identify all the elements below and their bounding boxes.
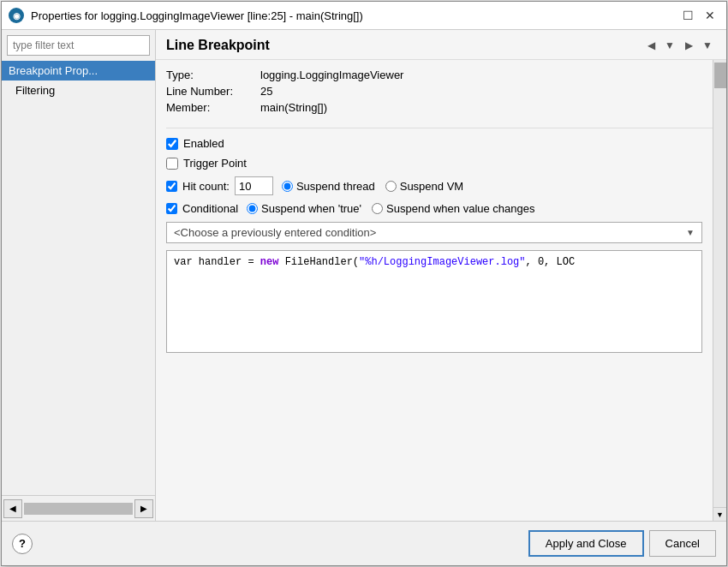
enabled-label[interactable]: Enabled (183, 137, 224, 150)
help-button[interactable]: ? (12, 534, 33, 554)
right-panel: Line Breakpoint ◀ ▼ ▶ ▼ ▼ Type: logging. (156, 30, 726, 521)
filter-input[interactable] (7, 35, 150, 56)
scroll-left-button[interactable]: ◀ (3, 499, 22, 518)
trigger-point-label[interactable]: Trigger Point (183, 157, 247, 170)
hit-count-label[interactable]: Hit count: (182, 180, 230, 193)
suspend-radio-group: Suspend thread Suspend VM (282, 180, 463, 193)
member-label: Member: (166, 101, 260, 114)
dropdown-arrow-icon: ▼ (686, 228, 695, 237)
enabled-checkbox[interactable] (166, 138, 178, 150)
vertical-scrollbar-track: ▼ (713, 60, 726, 521)
code-string-value: "%h/LoggingImageViewer.log" (359, 256, 525, 268)
hit-count-checkbox[interactable] (166, 181, 177, 192)
footer: ? Apply and Close Cancel (2, 521, 726, 565)
scrollbar-down-arrow[interactable]: ▼ (713, 507, 726, 521)
code-keyword-new: new (260, 256, 279, 268)
type-value: logging.LoggingImageViewer (260, 69, 716, 81)
nav-down2-button[interactable]: ▼ (699, 37, 716, 54)
tree-items: Breakpoint Prop... Filtering (2, 61, 155, 495)
tree-item-breakpoint-props[interactable]: Breakpoint Prop... (2, 61, 155, 81)
title-bar-text: Properties for logging.LoggingImageViewe… (31, 9, 671, 22)
right-content: ▼ Type: logging.LoggingImageViewer Line … (156, 60, 726, 521)
type-label: Type: (166, 69, 260, 81)
suspend-when-true-radio-label[interactable]: Suspend when 'true' (247, 202, 361, 215)
right-header: Line Breakpoint ◀ ▼ ▶ ▼ (156, 30, 726, 60)
conditional-checkbox[interactable] (166, 203, 177, 214)
app-icon: ◉ (9, 8, 24, 23)
footer-buttons: Apply and Close Cancel (528, 530, 716, 557)
dialog: ◉ Properties for logging.LoggingImageVie… (1, 1, 727, 566)
suspend-when-true-radio[interactable] (247, 203, 258, 214)
condition-dropdown[interactable]: <Choose a previously entered condition> … (166, 222, 702, 243)
nav-next-button[interactable]: ▶ (680, 37, 697, 54)
suspend-thread-radio[interactable] (282, 181, 293, 192)
conditional-row: Conditional Suspend when 'true' Suspend … (166, 202, 716, 215)
vertical-scrollbar-thumb[interactable] (714, 63, 726, 88)
section-title: Line Breakpoint (166, 38, 270, 53)
content-area: Breakpoint Prop... Filtering ◀ ▶ Line Br… (2, 30, 726, 521)
code-editor[interactable]: var handler = new FileHandler("%h/Loggin… (166, 250, 702, 353)
header-nav-buttons: ◀ ▼ ▶ ▼ (642, 37, 716, 54)
nav-down1-button[interactable]: ▼ (661, 37, 678, 54)
minimize-button[interactable]: ☐ (678, 6, 697, 25)
code-overflow: C (569, 256, 575, 268)
left-panel: Breakpoint Prop... Filtering ◀ ▶ (2, 30, 156, 521)
line-number-label: Line Number: (166, 85, 260, 98)
condition-radio-group: Suspend when 'true' Suspend when value c… (247, 202, 534, 215)
info-grid: Type: logging.LoggingImageViewer Line Nu… (166, 69, 716, 114)
scroll-right-button[interactable]: ▶ (134, 499, 153, 518)
suspend-thread-radio-label[interactable]: Suspend thread (282, 180, 375, 193)
suspend-vm-radio[interactable] (385, 181, 397, 192)
trigger-point-row: Trigger Point (166, 157, 716, 170)
close-button[interactable]: ✕ (701, 6, 719, 25)
cancel-button[interactable]: Cancel (649, 530, 716, 557)
hit-count-input[interactable] (235, 176, 273, 195)
trigger-point-checkbox[interactable] (166, 158, 178, 170)
horizontal-scrollbar-thumb[interactable] (24, 503, 133, 515)
line-number-value: 25 (260, 85, 716, 98)
nav-prev-button[interactable]: ◀ (642, 37, 659, 54)
title-bar-controls: ☐ ✕ (678, 6, 719, 25)
suspend-when-changes-radio[interactable] (372, 203, 383, 214)
conditional-label[interactable]: Conditional (182, 202, 238, 215)
member-value: main(String[]) (260, 101, 716, 114)
footer-left: ? (12, 534, 33, 554)
tree-item-filtering[interactable]: Filtering (2, 81, 155, 100)
separator (166, 128, 716, 128)
hit-count-row: Hit count: Suspend thread Suspend VM (166, 176, 716, 195)
title-bar: ◉ Properties for logging.LoggingImageVie… (2, 2, 726, 30)
condition-dropdown-text: <Choose a previously entered condition> (174, 226, 376, 239)
enabled-row: Enabled (166, 137, 716, 150)
apply-close-button[interactable]: Apply and Close (528, 530, 644, 557)
suspend-when-changes-radio-label[interactable]: Suspend when value changes (372, 202, 534, 215)
left-panel-bottom: ◀ ▶ (2, 495, 155, 521)
suspend-vm-radio-label[interactable]: Suspend VM (385, 180, 463, 193)
